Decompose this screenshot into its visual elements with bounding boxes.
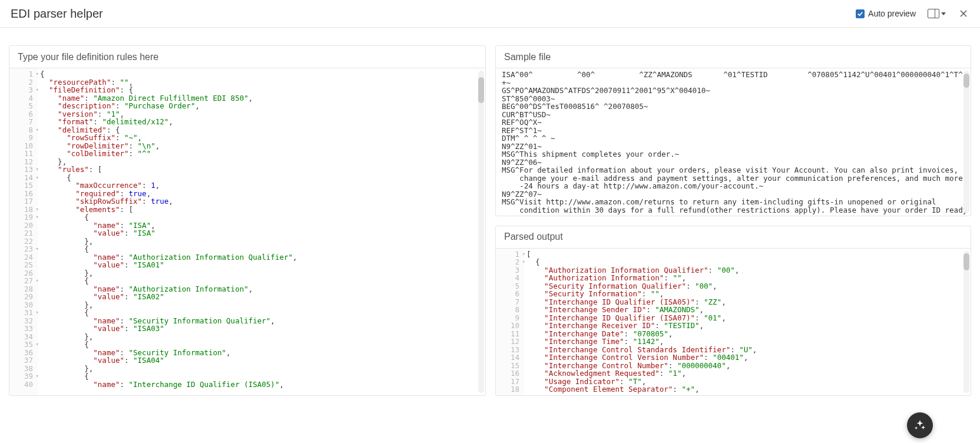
layout-split-icon — [928, 9, 939, 18]
sample-scrollbar-thumb[interactable] — [964, 74, 969, 88]
assist-fab-button[interactable] — [907, 412, 933, 438]
layout-toggle-button[interactable] — [926, 8, 947, 19]
parsed-output-panel: Parsed output 12345678910111213141516171… — [495, 226, 971, 396]
workspace: Type your file definition rules here 123… — [0, 28, 980, 405]
sample-file-panel: Sample file ISA^00^ ^00^ ^ZZ^AMAZONDS ^0… — [495, 45, 971, 216]
auto-preview-label: Auto preview — [868, 9, 916, 18]
sparkle-icon — [913, 419, 926, 432]
auto-preview-toggle[interactable]: Auto preview — [856, 9, 916, 18]
sample-file-text[interactable]: ISA^00^ ^00^ ^ZZ^AMAZONDS ^01^TESTID ^07… — [496, 68, 971, 216]
rules-scrollbar-thumb[interactable] — [478, 77, 484, 103]
rules-editor-panel: Type your file definition rules here 123… — [9, 45, 486, 396]
parsed-output-body[interactable]: 123456789101112131415161718[ { "Authoriz… — [496, 249, 971, 396]
close-button[interactable] — [958, 8, 969, 19]
rules-editor-header: Type your file definition rules here — [9, 46, 485, 68]
page-title: EDI parser helper — [11, 7, 103, 21]
parsed-output-editor[interactable]: 123456789101112131415161718[ { "Authoriz… — [496, 249, 971, 396]
close-icon — [959, 9, 968, 18]
rules-scrollbar[interactable] — [478, 71, 484, 393]
rules-editor[interactable]: 1234567891011121314151617181920212223242… — [9, 68, 485, 395]
sample-scrollbar[interactable] — [964, 71, 969, 213]
chevron-down-icon — [941, 12, 946, 15]
parsed-scrollbar[interactable] — [964, 251, 969, 394]
header-bar: EDI parser helper Auto preview — [0, 0, 980, 28]
parsed-output-header: Parsed output — [496, 226, 971, 249]
rules-editor-body[interactable]: 1234567891011121314151617181920212223242… — [9, 68, 485, 395]
parsed-scrollbar-thumb[interactable] — [964, 253, 969, 270]
sample-file-header: Sample file — [496, 46, 971, 68]
sample-file-body[interactable]: ISA^00^ ^00^ ^ZZ^AMAZONDS ^01^TESTID ^07… — [496, 68, 971, 216]
checkbox-checked-icon — [856, 9, 865, 18]
header-actions: Auto preview — [856, 8, 969, 19]
